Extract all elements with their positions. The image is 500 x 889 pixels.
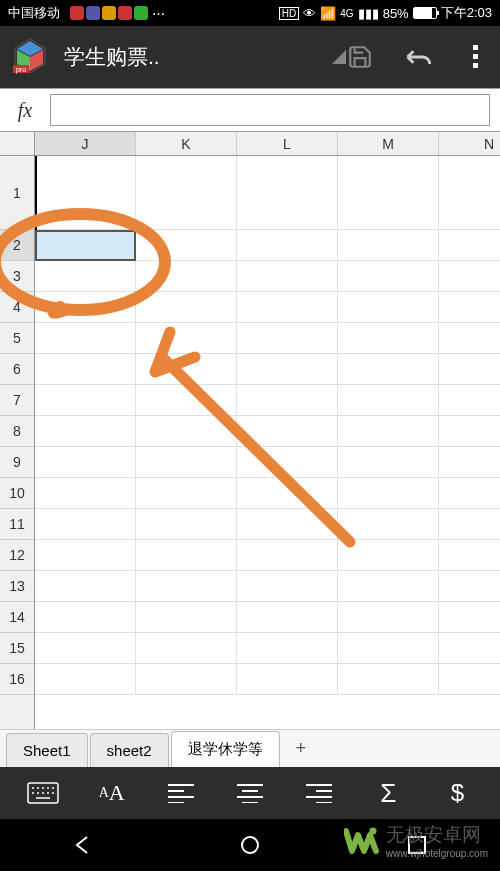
keyboard-button[interactable]: [25, 775, 61, 811]
status-bar: 中国移动 ⋯ HD 👁 📶 4G ▮▮▮ 85% 下午2:03: [0, 0, 500, 26]
title-dropdown-icon[interactable]: [332, 50, 346, 64]
watermark-url: www.wjhotelgroup.com: [386, 848, 488, 859]
formula-input[interactable]: [50, 94, 490, 126]
row-headers: 1 2 3 4 5 6 7 8 9 10 11 12 13 14 15 16: [0, 156, 35, 729]
row-header-15[interactable]: 15: [0, 633, 34, 664]
watermark: 无极安卓网 www.wjhotelgroup.com: [344, 822, 488, 859]
svg-rect-7: [473, 54, 478, 59]
col-header-l[interactable]: L: [237, 132, 338, 155]
font-button[interactable]: AA: [94, 775, 130, 811]
sheet-tab-3[interactable]: 退学休学等: [171, 731, 280, 767]
select-all-corner[interactable]: [0, 132, 35, 155]
add-sheet-button[interactable]: +: [282, 730, 321, 767]
column-headers: J K L M N: [0, 132, 500, 156]
row-header-2[interactable]: 2: [0, 230, 34, 261]
battery-icon: [413, 7, 437, 19]
sheet-tab-2[interactable]: sheet2: [90, 733, 169, 767]
row-header-8[interactable]: 8: [0, 416, 34, 447]
status-app-icons: ⋯: [70, 6, 165, 21]
col-header-j[interactable]: J: [35, 132, 136, 155]
row-header-6[interactable]: 6: [0, 354, 34, 385]
svg-rect-6: [473, 45, 478, 50]
undo-button[interactable]: [404, 43, 432, 71]
col-header-m[interactable]: M: [338, 132, 439, 155]
spreadsheet-grid[interactable]: J K L M N 1 2 3 4 5 6 7 8 9 10 11 12 13 …: [0, 132, 500, 729]
row-header-10[interactable]: 10: [0, 478, 34, 509]
row-header-16[interactable]: 16: [0, 664, 34, 695]
watermark-logo: [344, 823, 380, 859]
currency-button[interactable]: $: [439, 775, 475, 811]
align-left-button[interactable]: [163, 775, 199, 811]
align-center-button[interactable]: [232, 775, 268, 811]
sheet-tab-1[interactable]: Sheet1: [6, 733, 88, 767]
signal-icon: ▮▮▮: [358, 6, 379, 21]
row-header-14[interactable]: 14: [0, 602, 34, 633]
row-header-1[interactable]: 1: [0, 156, 34, 230]
save-button[interactable]: [346, 43, 374, 71]
row-header-9[interactable]: 9: [0, 447, 34, 478]
hd-indicator: HD: [279, 7, 299, 20]
sum-button[interactable]: Σ: [370, 775, 406, 811]
menu-button[interactable]: [462, 43, 490, 71]
officesuite-logo[interactable]: pro: [10, 37, 50, 77]
svg-text:pro: pro: [16, 66, 26, 74]
col-header-k[interactable]: K: [136, 132, 237, 155]
fx-label[interactable]: fx: [0, 99, 50, 122]
svg-rect-8: [473, 63, 478, 68]
battery-pct: 85%: [383, 6, 409, 21]
sheet-tabs: Sheet1 sheet2 退学休学等 +: [0, 729, 500, 767]
watermark-text: 无极安卓网: [386, 822, 488, 848]
back-button[interactable]: [63, 825, 103, 865]
row-header-12[interactable]: 12: [0, 540, 34, 571]
svg-point-36: [369, 827, 376, 834]
formula-bar: fx: [0, 88, 500, 132]
row-header-13[interactable]: 13: [0, 571, 34, 602]
col-header-n[interactable]: N: [439, 132, 500, 155]
home-button[interactable]: [230, 825, 270, 865]
network-label: 4G: [340, 8, 353, 19]
row-header-7[interactable]: 7: [0, 385, 34, 416]
row-header-11[interactable]: 11: [0, 509, 34, 540]
row-header-3[interactable]: 3: [0, 261, 34, 292]
format-toolbar: AA Σ $: [0, 767, 500, 819]
align-right-button[interactable]: [301, 775, 337, 811]
svg-point-34: [242, 837, 258, 853]
app-bar: pro 学生购票..: [0, 26, 500, 88]
carrier-label: 中国移动: [8, 4, 60, 22]
row-header-4[interactable]: 4: [0, 292, 34, 323]
eye-icon: 👁: [303, 6, 316, 21]
cells-area[interactable]: [35, 156, 500, 729]
row-header-5[interactable]: 5: [0, 323, 34, 354]
document-title[interactable]: 学生购票..: [64, 43, 338, 71]
selected-cell-j2[interactable]: [35, 230, 136, 261]
time-label: 下午2:03: [441, 4, 492, 22]
wifi-icon: 📶: [320, 6, 336, 21]
